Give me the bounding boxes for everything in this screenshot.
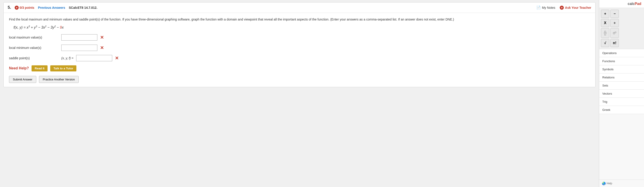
saddle-row: saddle point(s) (x, y, f) = ✕ <box>9 55 590 61</box>
saddle-label: saddle point(s) <box>9 56 58 60</box>
need-help-section: Need Help? Read It Talk to a Tutor <box>9 65 590 72</box>
previous-answers-link[interactable]: Previous Answers <box>38 6 65 10</box>
saddle-prefix: (x, y, f) = <box>61 56 74 60</box>
talk-tutor-button[interactable]: Talk to a Tutor <box>50 65 76 72</box>
calcpad-help-footer[interactable]: 🌏 Help <box>599 180 644 187</box>
question-id: SCalcET8 14.7.012. <box>69 6 97 10</box>
local-min-label: local minimum value(s) <box>9 46 58 50</box>
plus-circle-icon: + <box>15 6 19 10</box>
calcpad-title: calcPad <box>628 2 641 6</box>
local-max-input[interactable] <box>61 34 97 40</box>
calcpad-grid: + − X ÷ □ □ □□ √ n! <box>601 10 619 47</box>
help-globe-icon: 🌏 <box>602 182 606 185</box>
sqrt-btn[interactable]: √ <box>601 39 609 47</box>
menu-item-functions[interactable]: Functions <box>599 57 644 65</box>
calcpad-header: calcPad <box>599 0 644 8</box>
function-formula: f(x, y) = x3 + y3 − 3x2 − 3y2 − 9x <box>14 25 590 30</box>
ask-teacher-label: Ask Your Teacher <box>565 6 591 10</box>
ask-teacher-link[interactable]: + Ask Your Teacher <box>560 6 591 10</box>
divide-btn[interactable]: ÷ <box>610 19 619 27</box>
factorial-btn[interactable]: n! <box>610 39 619 47</box>
local-max-label: local maximum value(s) <box>9 36 58 39</box>
help-footer-label: Help <box>606 182 612 185</box>
points-text: 0/3 points <box>20 6 34 10</box>
menu-item-greek[interactable]: Greek <box>599 106 644 114</box>
local-max-row: local maximum value(s) ✕ <box>9 34 590 40</box>
fraction-btn[interactable]: □ □ <box>601 28 609 38</box>
frac-den: □ <box>604 33 606 36</box>
practice-another-button[interactable]: Practice Another Version <box>39 76 79 83</box>
need-help-label: Need Help? <box>9 66 29 70</box>
notes-icon: 📄 <box>536 6 541 10</box>
local-min-row: local minimum value(s) ✕ <box>9 44 590 51</box>
calcpad-buttons-area: + − X ÷ □ □ □□ √ n! <box>599 8 644 49</box>
exponent-btn[interactable]: □□ <box>610 28 619 38</box>
pad-text: Pad <box>635 2 641 6</box>
menu-item-vectors[interactable]: Vectors <box>599 90 644 98</box>
plus-btn[interactable]: + <box>601 10 609 18</box>
points-badge: + 0/3 points <box>15 6 34 10</box>
multiply-btn[interactable]: X <box>601 19 609 27</box>
plus-circle-teacher-icon: + <box>560 6 564 10</box>
calcpad-menu: Operations Functions Symbols Relations S… <box>599 49 644 114</box>
question-number: 5. <box>8 5 11 10</box>
saddle-input[interactable] <box>76 55 112 61</box>
menu-item-operations[interactable]: Operations <box>599 49 644 57</box>
menu-item-sets[interactable]: Sets <box>599 82 644 90</box>
read-it-button[interactable]: Read It <box>32 65 48 72</box>
menu-item-symbols[interactable]: Symbols <box>599 65 644 74</box>
my-notes-label: My Notes <box>542 6 555 10</box>
my-notes-link[interactable]: 📄 My Notes <box>536 6 555 10</box>
footer-buttons: Submit Answer Practice Another Version <box>9 76 590 83</box>
menu-item-relations[interactable]: Relations <box>599 74 644 82</box>
local-max-wrong-icon: ✕ <box>100 35 104 40</box>
minus-btn[interactable]: − <box>610 10 619 18</box>
menu-item-trig[interactable]: Trig <box>599 98 644 106</box>
calc-text: calc <box>628 2 635 6</box>
saddle-wrong-icon: ✕ <box>115 56 119 61</box>
local-min-wrong-icon: ✕ <box>100 45 104 50</box>
question-description: Find the local maximum and minimum value… <box>9 17 590 22</box>
local-min-input[interactable] <box>61 44 97 51</box>
calcpad-sidebar: calcPad + − X ÷ □ □ □□ √ n! Operations F <box>599 0 644 187</box>
submit-answer-button[interactable]: Submit Answer <box>9 76 36 83</box>
frac-num: □ <box>604 30 606 33</box>
